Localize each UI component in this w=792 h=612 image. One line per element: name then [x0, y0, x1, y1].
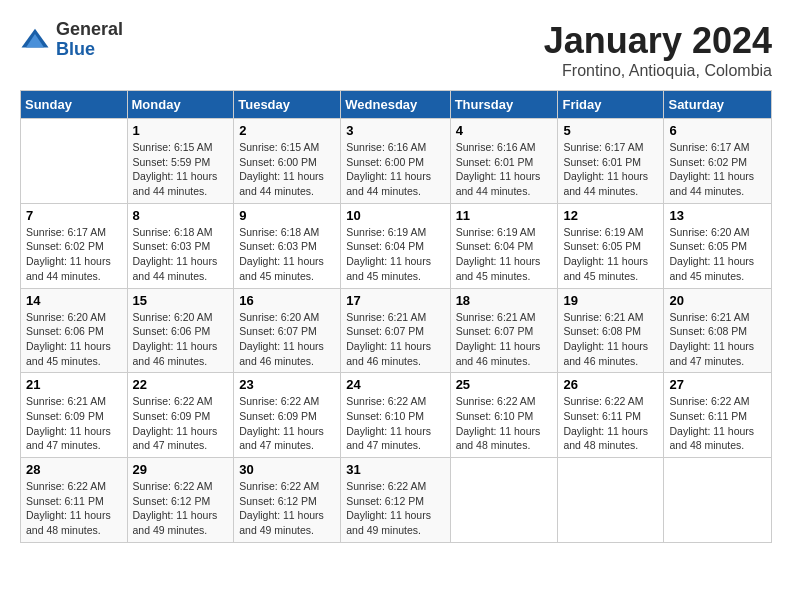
column-header-wednesday: Wednesday — [341, 91, 450, 119]
logo-icon — [20, 25, 50, 55]
day-info: Sunrise: 6:15 AMSunset: 5:59 PMDaylight:… — [133, 140, 229, 199]
day-number: 28 — [26, 462, 122, 477]
day-number: 18 — [456, 293, 553, 308]
day-cell: 21Sunrise: 6:21 AMSunset: 6:09 PMDayligh… — [21, 373, 128, 458]
day-cell: 8Sunrise: 6:18 AMSunset: 6:03 PMDaylight… — [127, 203, 234, 288]
day-info: Sunrise: 6:21 AMSunset: 6:09 PMDaylight:… — [26, 394, 122, 453]
day-info: Sunrise: 6:22 AMSunset: 6:12 PMDaylight:… — [346, 479, 444, 538]
day-info: Sunrise: 6:18 AMSunset: 6:03 PMDaylight:… — [133, 225, 229, 284]
week-row-5: 28Sunrise: 6:22 AMSunset: 6:11 PMDayligh… — [21, 458, 772, 543]
day-info: Sunrise: 6:16 AMSunset: 6:00 PMDaylight:… — [346, 140, 444, 199]
location-subtitle: Frontino, Antioquia, Colombia — [544, 62, 772, 80]
day-cell: 6Sunrise: 6:17 AMSunset: 6:02 PMDaylight… — [664, 119, 772, 204]
day-info: Sunrise: 6:19 AMSunset: 6:05 PMDaylight:… — [563, 225, 658, 284]
day-number: 19 — [563, 293, 658, 308]
day-cell: 10Sunrise: 6:19 AMSunset: 6:04 PMDayligh… — [341, 203, 450, 288]
page-header: General Blue January 2024 Frontino, Anti… — [20, 20, 772, 80]
week-row-3: 14Sunrise: 6:20 AMSunset: 6:06 PMDayligh… — [21, 288, 772, 373]
day-cell — [558, 458, 664, 543]
day-info: Sunrise: 6:20 AMSunset: 6:07 PMDaylight:… — [239, 310, 335, 369]
day-number: 21 — [26, 377, 122, 392]
column-header-friday: Friday — [558, 91, 664, 119]
day-number: 31 — [346, 462, 444, 477]
day-info: Sunrise: 6:17 AMSunset: 6:02 PMDaylight:… — [26, 225, 122, 284]
day-info: Sunrise: 6:20 AMSunset: 6:06 PMDaylight:… — [26, 310, 122, 369]
logo-blue: Blue — [56, 40, 123, 60]
day-number: 22 — [133, 377, 229, 392]
day-number: 27 — [669, 377, 766, 392]
day-cell: 4Sunrise: 6:16 AMSunset: 6:01 PMDaylight… — [450, 119, 558, 204]
day-number: 15 — [133, 293, 229, 308]
day-number: 6 — [669, 123, 766, 138]
day-cell: 2Sunrise: 6:15 AMSunset: 6:00 PMDaylight… — [234, 119, 341, 204]
day-number: 29 — [133, 462, 229, 477]
day-cell — [664, 458, 772, 543]
day-number: 4 — [456, 123, 553, 138]
day-cell: 7Sunrise: 6:17 AMSunset: 6:02 PMDaylight… — [21, 203, 128, 288]
day-number: 9 — [239, 208, 335, 223]
day-number: 13 — [669, 208, 766, 223]
day-cell: 31Sunrise: 6:22 AMSunset: 6:12 PMDayligh… — [341, 458, 450, 543]
column-header-saturday: Saturday — [664, 91, 772, 119]
day-info: Sunrise: 6:22 AMSunset: 6:11 PMDaylight:… — [26, 479, 122, 538]
day-info: Sunrise: 6:21 AMSunset: 6:08 PMDaylight:… — [563, 310, 658, 369]
day-info: Sunrise: 6:19 AMSunset: 6:04 PMDaylight:… — [456, 225, 553, 284]
week-row-1: 1Sunrise: 6:15 AMSunset: 5:59 PMDaylight… — [21, 119, 772, 204]
day-info: Sunrise: 6:17 AMSunset: 6:02 PMDaylight:… — [669, 140, 766, 199]
day-number: 23 — [239, 377, 335, 392]
day-info: Sunrise: 6:22 AMSunset: 6:10 PMDaylight:… — [456, 394, 553, 453]
day-info: Sunrise: 6:19 AMSunset: 6:04 PMDaylight:… — [346, 225, 444, 284]
day-info: Sunrise: 6:22 AMSunset: 6:12 PMDaylight:… — [239, 479, 335, 538]
day-cell — [450, 458, 558, 543]
logo: General Blue — [20, 20, 123, 60]
day-info: Sunrise: 6:20 AMSunset: 6:06 PMDaylight:… — [133, 310, 229, 369]
day-number: 1 — [133, 123, 229, 138]
day-cell: 3Sunrise: 6:16 AMSunset: 6:00 PMDaylight… — [341, 119, 450, 204]
day-number: 17 — [346, 293, 444, 308]
day-cell: 20Sunrise: 6:21 AMSunset: 6:08 PMDayligh… — [664, 288, 772, 373]
title-block: January 2024 Frontino, Antioquia, Colomb… — [544, 20, 772, 80]
calendar-table: SundayMondayTuesdayWednesdayThursdayFrid… — [20, 90, 772, 543]
day-cell: 27Sunrise: 6:22 AMSunset: 6:11 PMDayligh… — [664, 373, 772, 458]
day-info: Sunrise: 6:22 AMSunset: 6:10 PMDaylight:… — [346, 394, 444, 453]
day-cell: 13Sunrise: 6:20 AMSunset: 6:05 PMDayligh… — [664, 203, 772, 288]
day-cell: 15Sunrise: 6:20 AMSunset: 6:06 PMDayligh… — [127, 288, 234, 373]
day-number: 5 — [563, 123, 658, 138]
day-cell: 23Sunrise: 6:22 AMSunset: 6:09 PMDayligh… — [234, 373, 341, 458]
day-info: Sunrise: 6:22 AMSunset: 6:09 PMDaylight:… — [133, 394, 229, 453]
day-cell — [21, 119, 128, 204]
day-info: Sunrise: 6:15 AMSunset: 6:00 PMDaylight:… — [239, 140, 335, 199]
week-row-2: 7Sunrise: 6:17 AMSunset: 6:02 PMDaylight… — [21, 203, 772, 288]
day-cell: 17Sunrise: 6:21 AMSunset: 6:07 PMDayligh… — [341, 288, 450, 373]
logo-general: General — [56, 20, 123, 40]
day-info: Sunrise: 6:22 AMSunset: 6:11 PMDaylight:… — [563, 394, 658, 453]
day-cell: 16Sunrise: 6:20 AMSunset: 6:07 PMDayligh… — [234, 288, 341, 373]
day-info: Sunrise: 6:21 AMSunset: 6:07 PMDaylight:… — [346, 310, 444, 369]
day-cell: 25Sunrise: 6:22 AMSunset: 6:10 PMDayligh… — [450, 373, 558, 458]
week-row-4: 21Sunrise: 6:21 AMSunset: 6:09 PMDayligh… — [21, 373, 772, 458]
day-number: 2 — [239, 123, 335, 138]
column-header-monday: Monday — [127, 91, 234, 119]
day-number: 11 — [456, 208, 553, 223]
day-info: Sunrise: 6:22 AMSunset: 6:12 PMDaylight:… — [133, 479, 229, 538]
header-row: SundayMondayTuesdayWednesdayThursdayFrid… — [21, 91, 772, 119]
day-number: 30 — [239, 462, 335, 477]
day-number: 25 — [456, 377, 553, 392]
day-number: 12 — [563, 208, 658, 223]
day-cell: 14Sunrise: 6:20 AMSunset: 6:06 PMDayligh… — [21, 288, 128, 373]
logo-text: General Blue — [56, 20, 123, 60]
day-number: 10 — [346, 208, 444, 223]
column-header-sunday: Sunday — [21, 91, 128, 119]
day-number: 14 — [26, 293, 122, 308]
day-cell: 19Sunrise: 6:21 AMSunset: 6:08 PMDayligh… — [558, 288, 664, 373]
day-number: 16 — [239, 293, 335, 308]
day-number: 20 — [669, 293, 766, 308]
day-info: Sunrise: 6:16 AMSunset: 6:01 PMDaylight:… — [456, 140, 553, 199]
day-info: Sunrise: 6:21 AMSunset: 6:08 PMDaylight:… — [669, 310, 766, 369]
day-cell: 11Sunrise: 6:19 AMSunset: 6:04 PMDayligh… — [450, 203, 558, 288]
day-number: 7 — [26, 208, 122, 223]
day-number: 3 — [346, 123, 444, 138]
day-info: Sunrise: 6:22 AMSunset: 6:11 PMDaylight:… — [669, 394, 766, 453]
day-info: Sunrise: 6:20 AMSunset: 6:05 PMDaylight:… — [669, 225, 766, 284]
day-number: 8 — [133, 208, 229, 223]
